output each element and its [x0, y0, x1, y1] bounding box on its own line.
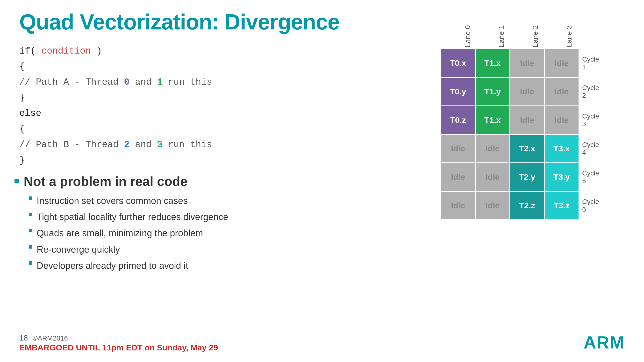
cycle-label-3: Cycle 4: [582, 141, 604, 156]
lane-1-header: Lane 1: [484, 24, 518, 48]
grid-cell-r4-c2: T2.y: [510, 163, 544, 191]
grid-table: T0.xT1.xIdleIdleCycle 1T0.yT1.yIdleIdleC…: [441, 49, 615, 219]
code-line-1: if( condition ): [19, 43, 212, 59]
grid-cell-r5-c3: T3.z: [545, 192, 578, 219]
cycle-label-1: Cycle 2: [582, 84, 604, 99]
grid-row-3: IdleIdleT2.xT3.xCycle 4: [441, 135, 615, 162]
grid-cell-r4-c1: Idle: [476, 163, 510, 191]
grid-cell-r5-c1: Idle: [476, 192, 510, 219]
grid-cell-r0-c0: T0.x: [441, 49, 475, 77]
grid-cell-r0-c2: Idle: [510, 49, 544, 77]
grid-cell-r0-c1: T1.x: [476, 49, 510, 77]
grid-cell-r1-c3: Idle: [545, 78, 578, 105]
lane-2-header: Lane 2: [518, 24, 552, 48]
bullet-sub-3: Quads are small, minimizing the problem: [29, 227, 232, 240]
bullet-main: Not a problem in real code: [14, 174, 232, 189]
bullet-sub-5: Developers already primed to avoid it: [29, 259, 232, 272]
bullet-sub-1: Instruction set covers common cases: [29, 195, 232, 207]
grid-cell-r0-c3: Idle: [545, 49, 578, 77]
grid-row-5: IdleIdleT2.zT3.zCycle 6: [441, 192, 615, 219]
code-line-8: }: [19, 153, 212, 168]
code-line-2: {: [19, 59, 212, 75]
lane-3-header: Lane 3: [552, 24, 586, 48]
footer: 18 ©ARM2016 EMBARGOED UNTIL 11pm EDT on …: [19, 334, 218, 352]
code-block: if( condition ) { // Path A - Thread 0 a…: [19, 43, 212, 168]
grid-cell-r2-c1: T1.x: [476, 106, 510, 134]
grid-cell-r2-c2: Idle: [510, 106, 544, 134]
code-line-4: }: [19, 90, 212, 106]
grid-cell-r1-c1: T1.y: [476, 78, 510, 105]
grid-cell-r5-c0: Idle: [441, 192, 475, 219]
grid-cell-r3-c0: Idle: [441, 135, 475, 162]
page-title: Quad Vectorization: Divergence: [19, 10, 340, 34]
bullet-sub-2: Tight spatial locality further reduces d…: [29, 211, 232, 224]
grid-cell-r3-c1: Idle: [476, 135, 510, 162]
grid-row-2: T0.zT1.xIdleIdleCycle 3: [441, 106, 615, 134]
arm-logo: ARM: [584, 333, 625, 352]
grid-cell-r4-c3: T3.y: [545, 163, 578, 191]
grid-row-1: T0.yT1.yIdleIdleCycle 2: [441, 78, 615, 105]
cycle-label-5: Cycle 6: [582, 198, 604, 213]
code-line-3: // Path A - Thread 0 and 1 run this: [19, 74, 212, 90]
grid-cell-r3-c2: T2.x: [510, 135, 544, 162]
grid-cell-r2-c3: Idle: [545, 106, 578, 134]
code-line-7: // Path B - Thread 2 and 3 run this: [19, 137, 212, 153]
bullets-section: Not a problem in real code Instruction s…: [14, 174, 232, 276]
grid-cell-r3-c3: T3.x: [545, 135, 578, 162]
lane-0-header: Lane 0: [451, 24, 484, 48]
code-line-5: else: [19, 106, 212, 121]
bullet-main-marker: [14, 179, 19, 183]
cycle-label-2: Cycle 3: [582, 112, 604, 128]
footer-embargo: EMBARGOED UNTIL 11pm EDT on Sunday, May …: [19, 343, 218, 352]
grid-row-4: IdleIdleT2.yT3.yCycle 5: [441, 163, 615, 191]
grid-cell-r1-c2: Idle: [510, 78, 544, 105]
bullet-sub-marker-2: [29, 213, 32, 216]
grid-container: Lane 0 Lane 1 Lane 2 Lane 3 T0.xT1.xIdle…: [441, 24, 615, 219]
grid-cell-r2-c0: T0.z: [441, 106, 475, 134]
footer-copyright: ©ARM2016: [33, 335, 68, 342]
grid-cell-r4-c0: Idle: [441, 163, 475, 191]
bullet-sub-marker-5: [29, 261, 32, 265]
bullet-sub-marker-3: [29, 229, 32, 232]
footer-page: 18: [19, 334, 28, 343]
cycle-label-4: Cycle 5: [582, 169, 604, 185]
bullet-sub-marker-1: [29, 196, 32, 200]
cycle-label-0: Cycle 1: [582, 55, 604, 71]
code-line-6: {: [19, 121, 212, 137]
grid-cell-r5-c2: T2.z: [510, 192, 544, 219]
bullet-sub-marker-4: [29, 245, 32, 249]
bullet-sub-4: Re-converge quickly: [29, 243, 232, 256]
grid-row-0: T0.xT1.xIdleIdleCycle 1: [441, 49, 615, 77]
lane-headers: Lane 0 Lane 1 Lane 2 Lane 3: [441, 24, 615, 48]
grid-cell-r1-c0: T0.y: [441, 78, 475, 105]
